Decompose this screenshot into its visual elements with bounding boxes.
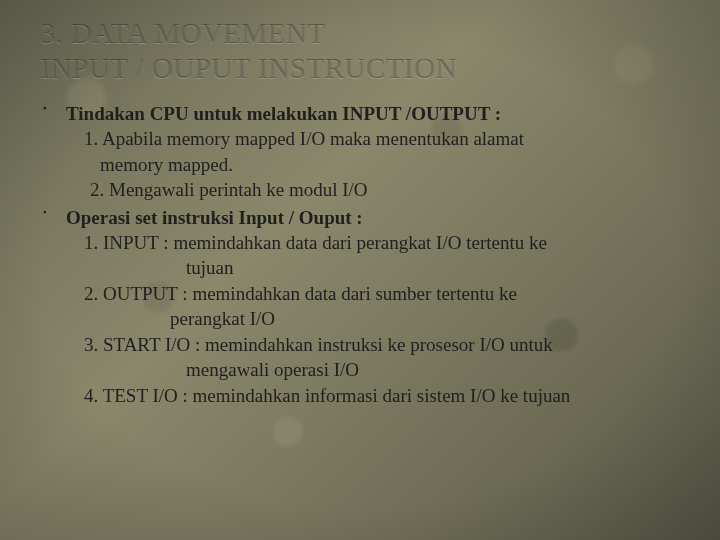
section1-line2: memory mapped. xyxy=(40,152,680,177)
bullet-marker-icon: ་ xyxy=(40,205,50,230)
bullet-cpu-actions: ་ Tindakan CPU untuk melakukan INPUT /OU… xyxy=(40,101,680,126)
bullet-io-operations: ་ Operasi set instruksi Input / Ouput : xyxy=(40,205,680,230)
title-line-1: 3. DATA MOVEMENT xyxy=(40,17,325,49)
section2-line4: 4. TEST I/O : memindahkan informasi dari… xyxy=(40,383,680,408)
bullet-marker-icon: ་ xyxy=(40,101,50,126)
section2-line3b: mengawali operasi I/O xyxy=(40,357,680,382)
bullet-heading: Tindakan CPU untuk melakukan INPUT /OUTP… xyxy=(66,103,501,124)
section2-line2: 2. OUTPUT : memindahkan data dari sumber… xyxy=(40,281,680,306)
slide-title: 3. DATA MOVEMENT INPUT / OUPUT INSTRUCTI… xyxy=(40,16,680,87)
section1-line3: 2. Mengawali perintah ke modul I/O xyxy=(40,177,680,202)
section2-line1: 1. INPUT : memindahkan data dari perangk… xyxy=(40,230,680,255)
title-line-2: INPUT / OUPUT INSTRUCTION xyxy=(40,52,457,84)
section1-line1: 1. Apabila memory mapped I/O maka menent… xyxy=(40,126,680,151)
section2-line1b: tujuan xyxy=(40,255,680,280)
slide: 3. DATA MOVEMENT INPUT / OUPUT INSTRUCTI… xyxy=(0,0,720,540)
section2-line3: 3. START I/O : memindahkan instruksi ke … xyxy=(40,332,680,357)
slide-body: ་ Tindakan CPU untuk melakukan INPUT /OU… xyxy=(40,101,680,408)
section2-line2b: perangkat I/O xyxy=(40,306,680,331)
bullet-heading: Operasi set instruksi Input / Ouput : xyxy=(66,207,363,228)
